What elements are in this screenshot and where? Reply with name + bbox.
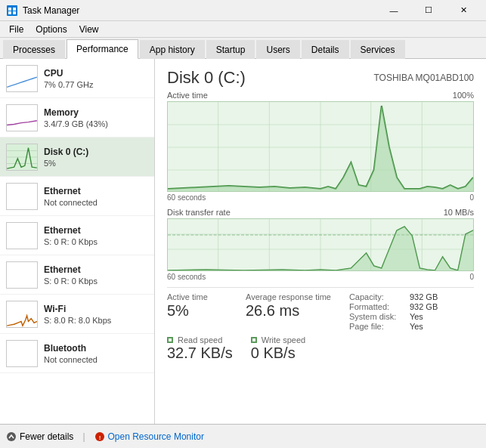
ethernet-off-info: Ethernet Not connected bbox=[44, 186, 148, 207]
tab-app-history[interactable]: App history bbox=[140, 40, 205, 59]
disk-mini-chart bbox=[6, 144, 38, 171]
chart2-label-row: Disk transfer rate 10 MB/s bbox=[167, 208, 474, 217]
formatted-value: 932 GB bbox=[410, 302, 438, 311]
ethernet3-mini-chart bbox=[6, 261, 38, 289]
fewer-details-label: Fewer details bbox=[20, 431, 73, 442]
tab-startup[interactable]: Startup bbox=[206, 40, 255, 59]
memory-value: 3.4/7.9 GB (43%) bbox=[44, 119, 148, 128]
chart2-time-label: 60 seconds 0 bbox=[167, 273, 474, 281]
sidebar-item-disk[interactable]: Disk 0 (C:) 5% bbox=[0, 137, 154, 177]
sidebar-item-wifi[interactable]: Wi-Fi S: 8.0 R: 8.0 Kbps bbox=[0, 295, 154, 334]
chart1-bottom-right: 0 bbox=[469, 193, 474, 202]
svg-rect-2 bbox=[13, 8, 16, 11]
system-disk-value: Yes bbox=[410, 312, 423, 321]
wifi-name: Wi-Fi bbox=[44, 304, 148, 314]
tab-details[interactable]: Details bbox=[302, 40, 349, 59]
ethernet3-info: Ethernet S: 0 R: 0 Kbps bbox=[44, 264, 148, 286]
chart1-top-label: Active time bbox=[167, 91, 208, 100]
chart2-top-label: Disk transfer rate bbox=[167, 208, 231, 217]
maximize-button[interactable]: ☐ bbox=[412, 3, 445, 18]
minimize-button[interactable]: — bbox=[377, 3, 410, 18]
stats-row: Active time 5% Average response time 26.… bbox=[167, 287, 474, 331]
memory-name: Memory bbox=[44, 107, 148, 118]
chart1-label-row: Active time 100% bbox=[167, 91, 474, 100]
tabs: Processes Performance App history Startu… bbox=[0, 38, 486, 59]
ethernet3-name: Ethernet bbox=[44, 264, 148, 275]
sidebar-item-bluetooth[interactable]: Bluetooth Not connected bbox=[0, 334, 154, 373]
titlebar: Task Manager — ☐ ✕ bbox=[0, 0, 486, 21]
svg-rect-1 bbox=[8, 8, 11, 11]
close-button[interactable]: ✕ bbox=[447, 3, 480, 18]
bluetooth-info: Bluetooth Not connected bbox=[44, 343, 148, 364]
svg-rect-14 bbox=[7, 262, 37, 288]
cpu-mini-chart bbox=[6, 65, 38, 92]
active-time-label: Active time bbox=[167, 292, 228, 301]
wifi-info: Wi-Fi S: 8.0 R: 8.0 Kbps bbox=[44, 304, 148, 325]
bluetooth-mini-chart bbox=[6, 340, 38, 367]
menu-file[interactable]: File bbox=[3, 23, 29, 36]
tab-services[interactable]: Services bbox=[351, 40, 405, 59]
avg-response-label: Average response time bbox=[246, 292, 331, 301]
write-speed-dot bbox=[251, 337, 257, 343]
ethernet-off-name: Ethernet bbox=[44, 186, 148, 196]
sidebar-item-cpu[interactable]: CPU 7% 0.77 GHz bbox=[0, 59, 154, 98]
chart1-time-label: 60 seconds 0 bbox=[167, 193, 474, 202]
active-time-stat: Active time 5% bbox=[167, 292, 228, 331]
ethernet2-value: S: 0 R: 0 Kbps bbox=[44, 237, 148, 246]
tab-performance[interactable]: Performance bbox=[67, 39, 138, 59]
sidebar-item-ethernet-off[interactable]: Ethernet Not connected bbox=[0, 177, 154, 216]
capacity-row: Capacity: 932 GB bbox=[349, 292, 438, 301]
disk-info: Disk 0 (C:) 5% bbox=[44, 147, 148, 168]
read-speed-value: 32.7 KB/s bbox=[167, 344, 233, 362]
read-speed-dot bbox=[167, 337, 173, 343]
fewer-details-button[interactable]: Fewer details bbox=[6, 431, 73, 442]
tab-users[interactable]: Users bbox=[256, 40, 299, 59]
transfer-rate-chart bbox=[167, 218, 474, 271]
ethernet2-name: Ethernet bbox=[44, 225, 148, 236]
svg-rect-16 bbox=[7, 341, 37, 366]
menu-options[interactable]: Options bbox=[29, 23, 73, 36]
write-speed-label: Write speed bbox=[262, 335, 306, 344]
right-stats-group: Capacity: 932 GB Formatted: 932 GB Syste… bbox=[349, 292, 438, 331]
write-speed-label-row: Write speed bbox=[251, 335, 306, 344]
read-speed-item: Read speed 32.7 KB/s bbox=[167, 335, 233, 362]
svg-rect-12 bbox=[7, 184, 37, 209]
speed-section: Read speed 32.7 KB/s Write speed 0 KB/s bbox=[167, 335, 474, 362]
app-icon bbox=[6, 5, 18, 17]
chart2-bottom-left: 60 seconds bbox=[167, 273, 206, 281]
formatted-row: Formatted: 932 GB bbox=[349, 302, 438, 311]
active-time-value: 5% bbox=[167, 301, 228, 320]
menu-view[interactable]: View bbox=[73, 23, 105, 36]
ethernet-off-value: Not connected bbox=[44, 198, 148, 207]
resource-monitor-icon: ! bbox=[94, 431, 105, 442]
titlebar-left: Task Manager bbox=[6, 5, 79, 17]
sidebar-item-memory[interactable]: Memory 3.4/7.9 GB (43%) bbox=[0, 98, 154, 137]
svg-rect-3 bbox=[8, 11, 11, 14]
detail-panel: Disk 0 (C:) TOSHIBA MQ01ABD100 Active ti… bbox=[155, 59, 486, 424]
page-file-label: Page file: bbox=[349, 322, 404, 331]
wifi-value: S: 8.0 R: 8.0 Kbps bbox=[44, 316, 148, 325]
active-time-chart bbox=[167, 101, 474, 192]
bluetooth-value: Not connected bbox=[44, 355, 148, 364]
sidebar-item-ethernet3[interactable]: Ethernet S: 0 R: 0 Kbps bbox=[0, 255, 154, 295]
svg-point-37 bbox=[7, 432, 16, 441]
ethernet-off-mini-chart bbox=[6, 183, 38, 210]
tab-processes[interactable]: Processes bbox=[3, 40, 65, 59]
detail-title: Disk 0 (C:) bbox=[167, 68, 246, 88]
page-file-row: Page file: Yes bbox=[349, 322, 438, 331]
capacity-value: 932 GB bbox=[410, 292, 438, 301]
sidebar-item-ethernet2[interactable]: Ethernet S: 0 R: 0 Kbps bbox=[0, 216, 154, 255]
wifi-mini-chart bbox=[6, 301, 38, 328]
chart2-top-value: 10 MB/s bbox=[444, 208, 474, 217]
resource-monitor-link[interactable]: ! Open Resource Monitor bbox=[94, 431, 204, 442]
memory-info: Memory 3.4/7.9 GB (43%) bbox=[44, 107, 148, 128]
separator: | bbox=[82, 431, 85, 442]
system-disk-row: System disk: Yes bbox=[349, 312, 438, 321]
ethernet2-mini-chart bbox=[6, 222, 38, 249]
bottombar: Fewer details | ! Open Resource Monitor bbox=[0, 424, 486, 448]
write-speed-item: Write speed 0 KB/s bbox=[251, 335, 306, 362]
svg-rect-6 bbox=[7, 105, 37, 131]
svg-rect-13 bbox=[7, 223, 37, 249]
ethernet2-info: Ethernet S: 0 R: 0 Kbps bbox=[44, 225, 148, 246]
memory-mini-chart bbox=[6, 104, 38, 131]
